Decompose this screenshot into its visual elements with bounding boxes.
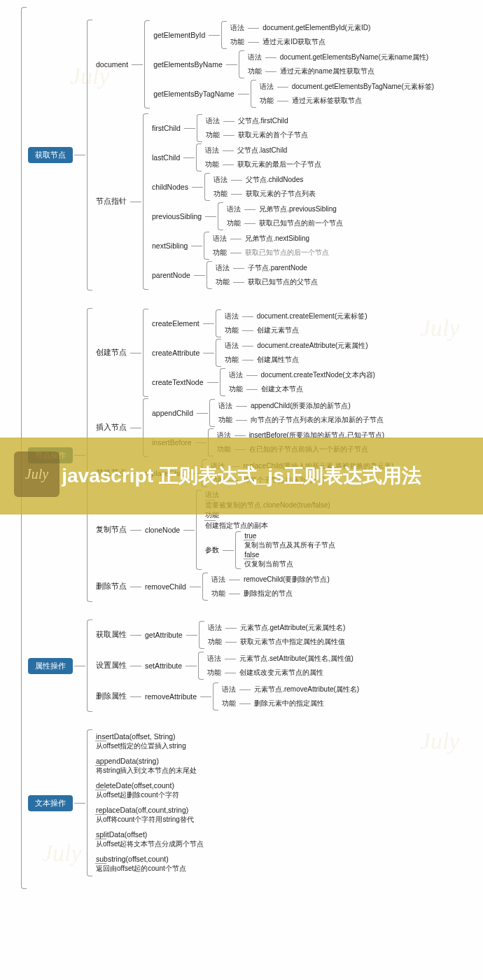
node-childNodes: childNodes	[150, 181, 190, 192]
node-getElementsByTagName: getElementsByTagName	[151, 88, 237, 99]
section-get-node: 获取节点 document getElementById 语法document.…	[28, 20, 436, 290]
pill-get-node: 获取节点	[28, 147, 73, 163]
value-function: 通过元素ID获取节点	[260, 36, 328, 48]
node-getAttribute: getAttribute	[143, 629, 185, 640]
label-function: 功能	[228, 36, 246, 48]
pill-attr-ops: 属性操作	[28, 658, 73, 674]
label-params: 参数	[203, 544, 221, 556]
node-firstChild: firstChild	[150, 122, 183, 134]
group-set-attr: 设置属性	[94, 659, 129, 672]
node-removeAttribute: removeAttribute	[143, 691, 199, 702]
node-appendChild: appendChild	[150, 407, 195, 419]
node-getElementsByName: getElementsByName	[151, 59, 225, 70]
node-createAttribute: createAttribute	[150, 347, 202, 358]
overlay-stamp: July	[14, 451, 59, 497]
node-createElement: createElement	[150, 318, 202, 329]
label-syntax: 语法	[228, 22, 246, 34]
group-remove: 删除节点	[94, 580, 129, 593]
pill-text-ops: 文本操作	[28, 795, 73, 811]
group-get-attr: 获取属性	[94, 629, 129, 641]
group-create: 创建节点	[94, 346, 129, 359]
node-getElementById: getElementById	[151, 29, 207, 41]
node-lastChild: lastChild	[150, 152, 182, 163]
group-insert: 插入节点	[94, 421, 129, 434]
group-node-pointer: 节点指针	[94, 195, 129, 208]
overlay-title-banner: javascript 正则表达式_js正则表达式用法	[0, 438, 483, 514]
node-cloneNode: cloneNode	[143, 524, 182, 536]
section-text-ops: 文本操作 insertData(offset, String)从offset指定…	[28, 729, 436, 876]
node-removeChild: removeChild	[143, 581, 188, 592]
value-syntax: document.getElementById(元素ID)	[260, 22, 372, 34]
group-del-attr: 删除属性	[94, 690, 129, 703]
group-document: document	[94, 59, 130, 70]
node-previousSibling: previousSibling	[150, 211, 204, 222]
group-clone: 复制节点	[94, 524, 129, 536]
section-attr-ops: 属性操作 获取属性 getAttribute 语法元素节点.getAttribu…	[28, 620, 436, 712]
node-nextSibling: nextSibling	[150, 240, 190, 251]
node-setAttribute: setAttribute	[143, 660, 184, 671]
node-parentNode: parentNode	[150, 270, 192, 281]
node-createTextNode: createTextNode	[150, 377, 206, 388]
